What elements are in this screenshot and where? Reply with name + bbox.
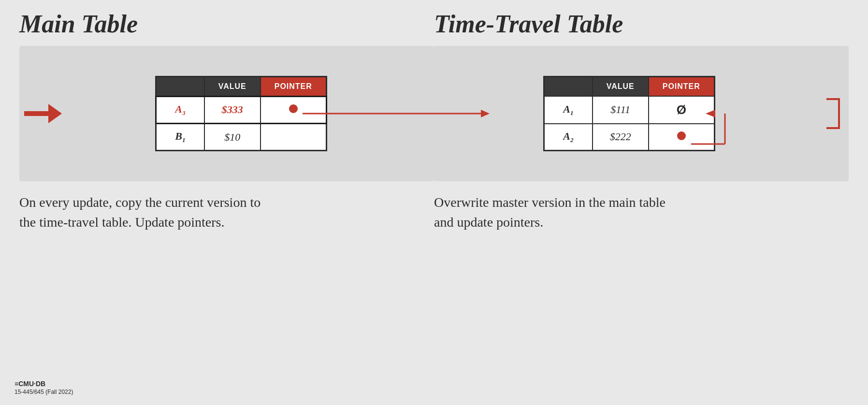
tt-col-empty [544, 76, 593, 96]
tt-panel: Time-Travel Table VALUE POINTER [434, 10, 849, 391]
tt-table-box: VALUE POINTER A1 $111 [543, 76, 715, 151]
tt-val-a2: $222 [593, 124, 649, 151]
footer-course: 15-445/645 (Fall 2022) [14, 389, 73, 395]
main-col-empty [156, 76, 204, 96]
main-key-a3: A3 [156, 96, 204, 123]
right-bracket [826, 98, 840, 129]
bracket-bottom [826, 114, 840, 129]
tt-key-a2: A2 [544, 124, 593, 151]
bracket-top [826, 98, 840, 114]
main-row-b1: B1 $10 [156, 124, 327, 151]
footer: ≡CMU·DB 15-445/645 (Fall 2022) [14, 380, 73, 395]
slide: Main Table VALUE POINTER [0, 0, 868, 405]
main-val-b1: $10 [204, 124, 260, 151]
main-ptr-b1 [260, 124, 327, 151]
footer-logo: ≡CMU·DB [14, 380, 73, 388]
main-ptr-a3 [260, 96, 327, 123]
tt-table-container: VALUE POINTER A1 $111 [434, 46, 849, 181]
tt-ptr-a2 [649, 124, 715, 151]
tt-col-pointer: POINTER [649, 76, 715, 96]
arrow-shaft [24, 111, 48, 116]
tt-data-table: VALUE POINTER A1 $111 [543, 76, 715, 151]
tt-row-a1: A1 $111 Ø [544, 96, 715, 124]
main-col-value: VALUE [204, 76, 260, 96]
tt-ptr-a1: Ø [649, 96, 715, 124]
main-row-a3: A3 $333 [156, 96, 327, 123]
main-table-title: Main Table [19, 10, 434, 38]
tt-table-title: Time-Travel Table [434, 10, 849, 38]
footer-logo-text: ≡CMU·DB [14, 380, 45, 388]
tt-key-a1: A1 [544, 96, 593, 124]
main-key-b1: B1 [156, 124, 204, 151]
main-col-pointer: POINTER [260, 76, 327, 96]
main-table-container: VALUE POINTER A3 $333 [19, 46, 434, 181]
arrow-head [48, 104, 62, 123]
tt-description: Overwrite master version in the main tab… [434, 193, 685, 232]
panels-row: Main Table VALUE POINTER [19, 10, 849, 391]
tt-row-a2: A2 $222 [544, 124, 715, 151]
tt-col-value: VALUE [593, 76, 649, 96]
left-arrow-main [24, 104, 62, 123]
tt-val-a1: $111 [593, 96, 649, 124]
main-panel: Main Table VALUE POINTER [19, 10, 434, 391]
pointer-dot-tt-a2 [677, 131, 686, 140]
pointer-dot-main-a3 [289, 104, 298, 113]
main-table-box: VALUE POINTER A3 $333 [155, 76, 327, 152]
main-data-table: VALUE POINTER A3 $333 [155, 76, 327, 152]
main-val-a3: $333 [204, 96, 260, 123]
main-description: On every update, copy the current versio… [19, 193, 271, 232]
